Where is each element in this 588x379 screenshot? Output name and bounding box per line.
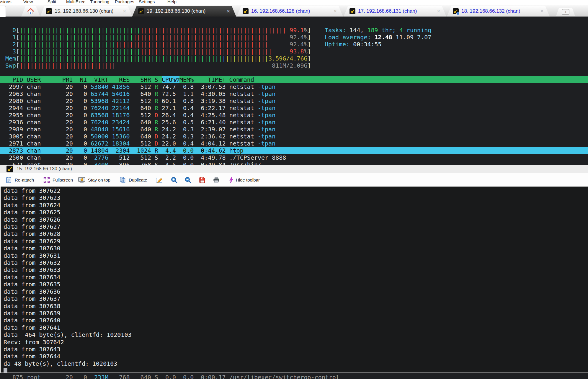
- process-row-3005[interactable]: 3005 chan 20 0 50000 15360 640 D 24.2 0.…: [0, 133, 588, 140]
- new-tab-button[interactable]: +: [556, 8, 575, 16]
- terminal-line: data from 307636: [4, 288, 588, 295]
- menu-help[interactable]: Help: [167, 0, 177, 4]
- terminal-line: data from 307643: [4, 346, 588, 353]
- htop-info-column: Tasks: 144, 189 thr; 4 runningLoad avera…: [325, 27, 431, 48]
- process-row-2963[interactable]: 2963 chan 20 0 65744 54016 640 R 72.5 1.…: [0, 90, 588, 97]
- tab-close-icon[interactable]: ✕: [226, 9, 230, 14]
- zoom-in-button[interactable]: [171, 173, 178, 187]
- stay-on-top-label: Stay on top: [88, 177, 110, 182]
- reattach-icon: [5, 177, 12, 184]
- duplicate-button[interactable]: Duplicate: [119, 173, 147, 187]
- edit-button[interactable]: [156, 173, 163, 187]
- process-row-2971[interactable]: 2971 chan 20 0 62672 18304 512 D 22.0 0.…: [0, 140, 588, 147]
- menu-view[interactable]: View: [23, 0, 33, 4]
- process-row-875[interactable]: 875 root 20 0 233M 768 640 S 0.0 0.0 0:0…: [0, 374, 588, 379]
- process-table: 2997 chan 20 0 53840 41856 512 R 74.7 0.…: [0, 83, 588, 161]
- mem-meter: Mem[||||||||||||||||||||||||||||||||||||…: [5, 55, 311, 62]
- fullscreen-label: Fullscreen: [53, 177, 73, 182]
- zoom-out-button[interactable]: [184, 173, 192, 187]
- lightning-icon: [229, 177, 233, 184]
- home-tab[interactable]: [21, 6, 40, 17]
- hide-toolbar-button[interactable]: Hide toolbar: [229, 173, 260, 187]
- menu-tunneling[interactable]: Tunneling: [90, 0, 109, 4]
- menu-multiexec[interactable]: MultiExec: [66, 0, 85, 4]
- process-row-2997[interactable]: 2997 chan 20 0 53840 41856 512 R 74.7 0.…: [0, 83, 588, 90]
- terminal-line: data from 307634: [4, 274, 588, 281]
- hide-toolbar-label: Hide toolbar: [236, 177, 260, 182]
- tab-label: 17. 192.168.66.131 (chan): [358, 8, 417, 14]
- key-icon: [349, 8, 355, 14]
- cpu3-meter: 3[||||||||||||||||||||||||||||||||||||||…: [5, 48, 311, 55]
- stay-on-top-button[interactable]: Stay on top: [78, 173, 110, 187]
- uptime-line: Uptime: 00:34:55: [325, 41, 431, 48]
- tab-label: 19. 192.168.66.130 (chan): [147, 8, 205, 14]
- menu-packages[interactable]: Packages: [115, 0, 134, 4]
- terminal-line: data from 307629: [4, 238, 588, 245]
- terminal-line: data from 307622: [4, 187, 588, 194]
- detached-terminal-window: 15. 192.168.66.130 (chan) Re-attach Full…: [0, 165, 588, 373]
- terminal-line: data from 307627: [4, 223, 588, 230]
- tab-session-15[interactable]: 15. 192.168.66.130 (chan) ✕: [40, 6, 132, 17]
- tab-close-icon[interactable]: ✕: [540, 9, 544, 14]
- terminal-line: data from 307644: [4, 353, 588, 360]
- terminal-line: data from 307623: [4, 194, 588, 201]
- menu-settings[interactable]: Settings: [139, 0, 155, 4]
- print-button[interactable]: [213, 173, 220, 187]
- edit-icon: [156, 177, 163, 184]
- process-row-2989[interactable]: 2989 chan 20 0 48848 15616 640 R 24.2 0.…: [0, 126, 588, 133]
- save-button[interactable]: [199, 173, 206, 187]
- menu-sessions[interactable]: ssions: [0, 0, 12, 4]
- process-row-2936[interactable]: 2936 chan 20 0 76240 23424 640 R 25.6 0.…: [0, 119, 588, 126]
- menu-split[interactable]: Split: [48, 0, 56, 4]
- save-icon: [199, 177, 206, 184]
- htop-bottom-row-strip: 875 root 20 0 233M 768 640 S 0.0 0.0 0:0…: [0, 373, 588, 379]
- tab-session-18[interactable]: 18. 192.168.66.132 (chan) ✕: [447, 6, 550, 17]
- tab-session-19-active[interactable]: 19. 192.168.66.130 (chan) ✕: [132, 6, 236, 17]
- process-row-2980[interactable]: 2980 chan 20 0 53968 42112 512 R 60.1 0.…: [0, 97, 588, 104]
- tab-label: 16. 192.168.66.128 (chan): [251, 8, 310, 14]
- home-icon: [27, 8, 35, 15]
- reattach-button[interactable]: Re-attach: [5, 173, 34, 187]
- key-icon: [243, 8, 249, 14]
- load-line: Load average: 12.48 11.09 7.07: [325, 34, 431, 41]
- cpu-memory-meters: 0[||||||||||||||||||||||||||||||||||||||…: [5, 27, 311, 69]
- detached-window-titlebar[interactable]: 15. 192.168.66.130 (chan): [0, 165, 588, 173]
- process-table-header[interactable]: PID USER PRI NI VIRT RES SHR S CPU%▽MEM%…: [0, 76, 588, 83]
- menu-bar: ssions View Split MultiExec Tunneling Pa…: [0, 0, 588, 5]
- tab-close-icon[interactable]: ✕: [122, 9, 126, 14]
- cpu0-meter: 0[||||||||||||||||||||||||||||||||||||||…: [5, 27, 311, 34]
- tab-session-16[interactable]: 16. 192.168.66.128 (chan) ✕: [237, 6, 343, 17]
- process-row-2955[interactable]: 2955 chan 20 0 63568 18176 512 D 26.4 0.…: [0, 112, 588, 119]
- terminal-line: data from 307637: [4, 295, 588, 302]
- process-row-671[interactable]: 671 root 20 0 340M 896 768 S 4.5 0.0 0:4…: [0, 161, 588, 165]
- fullscreen-icon: [43, 177, 50, 184]
- fullscreen-button[interactable]: Fullscreen: [43, 173, 73, 187]
- zoom-in-icon: [171, 177, 178, 184]
- terminal-line: data from 307630: [4, 245, 588, 252]
- key-icon: [6, 166, 13, 172]
- terminal-line: data from 307628: [4, 230, 588, 237]
- tab-close-icon[interactable]: ✕: [333, 9, 337, 14]
- detached-terminal-output[interactable]: data from 307622data from 307623data fro…: [0, 187, 588, 373]
- terminal-line: data from 307633: [4, 266, 588, 273]
- terminal-line: data from 307640: [4, 317, 588, 324]
- tab-label: 18. 192.168.66.132 (chan): [461, 8, 520, 14]
- tab-session-17[interactable]: 17. 192.168.66.131 (chan) ✕: [344, 6, 446, 17]
- process-row-2500[interactable]: 2500 chan 20 0 2776 512 512 S 2.2 0.0 4:…: [0, 154, 588, 161]
- activity-badge: [456, 12, 460, 15]
- cpu1-meter: 1[||||||||||||||||||||||||||||||||||||||…: [5, 34, 311, 41]
- duplicate-label: Duplicate: [129, 177, 147, 182]
- process-row-2873[interactable]: 2873 chan 20 0 14804 2304 1024 R 4.4 0.0…: [0, 147, 588, 154]
- terminal-line: data from 307638: [4, 303, 588, 310]
- cpu2-meter: 2[||||||||||||||||||||||||||||||||||||||…: [5, 41, 311, 48]
- terminal-line: data 464 byte(s), clientfd: 1020103: [4, 331, 588, 338]
- process-row-2944[interactable]: 2944 chan 20 0 76240 22144 640 R 27.1 0.…: [0, 104, 588, 112]
- partial-tab-stub: [0, 6, 6, 17]
- terminal-line: da 48 byte(s), clientfd: 1020103: [4, 360, 588, 367]
- terminal-line: data from 307631: [4, 252, 588, 259]
- tab-close-icon[interactable]: ✕: [437, 9, 440, 14]
- terminal-line: data from 307639: [4, 310, 588, 317]
- key-icon: [453, 8, 459, 14]
- swp-meter: Swp[||||||||||||||||||||||||||| 811M/2.0…: [5, 62, 311, 69]
- terminal-line: data from 307626: [4, 216, 588, 223]
